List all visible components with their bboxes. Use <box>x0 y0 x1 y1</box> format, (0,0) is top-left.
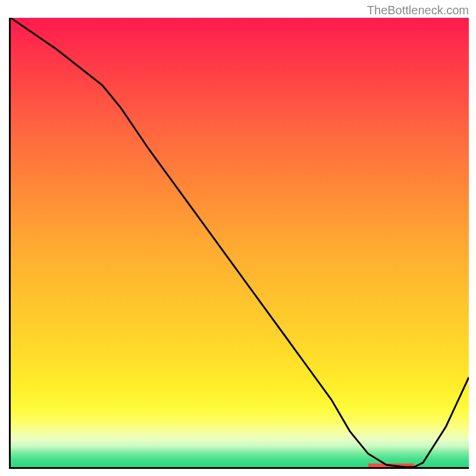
chart-plot-area <box>9 18 469 469</box>
watermark-text: TheBottleneck.com <box>367 4 469 17</box>
gradient-background <box>11 18 469 467</box>
highlight-band <box>368 464 414 467</box>
